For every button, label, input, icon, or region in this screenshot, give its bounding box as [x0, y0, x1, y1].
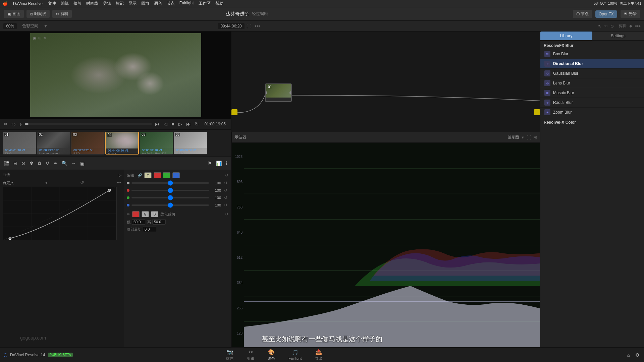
node-input-port[interactable]	[231, 109, 237, 115]
menu-file[interactable]: 文件	[48, 1, 56, 6]
slider-4[interactable]	[131, 204, 209, 206]
menu-clip[interactable]: 剪辑	[103, 1, 111, 6]
stop-btn[interactable]: ■	[170, 121, 175, 127]
more-curves[interactable]: •••	[116, 180, 121, 185]
scope-type-dropdown[interactable]: ▼	[521, 135, 525, 139]
menu-help[interactable]: 帮助	[215, 1, 223, 6]
ofx-item-gaussian-blur[interactable]: ◌ Gaussian Blur	[540, 69, 644, 78]
menu-workspace[interactable]: 工作区	[199, 1, 211, 6]
zoom-level[interactable]: 60%	[3, 23, 17, 29]
ofx-item-radial-blur[interactable]: ⊛ Radial Blur	[540, 98, 644, 108]
custom-label[interactable]: 自定义	[3, 180, 14, 185]
nav-color[interactable]: 🎨 调色	[264, 349, 278, 361]
pencil-btn[interactable]: ✏	[3, 121, 9, 127]
ofx-item-box-blur[interactable]: ▨ Box Blur	[540, 49, 644, 59]
slider-1[interactable]	[131, 182, 209, 184]
scope-type[interactable]: 波形图	[508, 135, 519, 140]
panel-btn-timeline[interactable]: ⧉ 时间线	[26, 10, 50, 18]
openfx-btn[interactable]: OpenFX	[595, 10, 617, 18]
color-tool-3[interactable]: ⊙	[20, 161, 26, 166]
reset-edit-btn[interactable]: ↺	[225, 173, 228, 178]
clip-item[interactable]: 02 01:00:29:10 V1 Uncompressed YUV...	[37, 132, 70, 155]
color-tool-2[interactable]: ⊟	[12, 161, 18, 166]
channel-r-btn[interactable]	[154, 172, 161, 178]
reset-slider-2[interactable]: ↺	[223, 188, 228, 193]
channel-g-btn[interactable]	[163, 172, 170, 178]
node-output-port[interactable]	[534, 109, 540, 115]
step-back-btn[interactable]: ◁	[163, 121, 168, 127]
cut-mode[interactable]: 剪辑	[619, 23, 627, 29]
clip-item-active[interactable]: 04 09:44:06:20 V1 H.264	[105, 132, 139, 155]
mark-btn[interactable]: ◇	[11, 121, 16, 127]
node-right-connector[interactable]	[289, 91, 292, 95]
low-value-input[interactable]	[132, 219, 145, 225]
ofx-item-lens-blur[interactable]: ◎ Lens Blur	[540, 78, 644, 88]
ofx-item-zoom-blur[interactable]: ⊕ Zoom Blur	[540, 108, 644, 117]
tab-settings[interactable]: Settings	[592, 32, 644, 40]
slider-3[interactable]	[131, 197, 209, 198]
reset-softclip-btn[interactable]: ↺	[225, 212, 228, 217]
clip-item[interactable]: 03 00:08:02:23 V1 RED	[71, 132, 105, 155]
clip-item[interactable]: 06 00:00:00:00 V1 JPEG	[174, 132, 207, 155]
loop-btn[interactable]: ↻	[194, 121, 200, 127]
color-tool-6[interactable]: ↺	[45, 161, 51, 166]
clip-item[interactable]: 05 00:00:52:10 V1 Apple ProRes 422 HQ	[140, 132, 173, 155]
menu-view[interactable]: 显示	[128, 1, 137, 6]
color-space-btn[interactable]: 色彩空间	[22, 23, 38, 29]
color-flag-btn[interactable]: ⚑	[207, 161, 213, 166]
custom-dropdown[interactable]: ▼	[45, 181, 48, 185]
go-start-btn[interactable]: ⏮	[154, 121, 161, 127]
cursor-tool[interactable]: ↖	[598, 24, 601, 28]
softclip-g-btn[interactable]: G	[142, 211, 149, 217]
hand-tool[interactable]: ☜	[604, 24, 608, 28]
high-value-input[interactable]	[152, 219, 166, 225]
node-box[interactable]: 01	[265, 83, 292, 102]
panel-btn-画面[interactable]: ▣ 画面	[4, 10, 24, 18]
slider-2[interactable]	[131, 190, 209, 191]
menu-trim[interactable]: 修剪	[73, 1, 82, 6]
channel-y-btn[interactable]: Y	[144, 172, 152, 178]
color-tool-1[interactable]: 🎬	[3, 161, 10, 166]
color-tool-4[interactable]: ✾	[29, 161, 35, 166]
menu-nodes[interactable]: 节点	[167, 1, 175, 6]
nav-fairlight[interactable]: 🎵 Fairlight	[285, 349, 305, 360]
light-btn[interactable]: ☀ 光晕	[621, 10, 640, 18]
ofx-item-mosaic-blur[interactable]: ▦ Mosaic Blur	[540, 88, 644, 98]
menu-color[interactable]: 调色	[154, 1, 162, 6]
curves-play-btn[interactable]: ▷	[119, 173, 121, 178]
reset-slider-4[interactable]: ↺	[223, 202, 228, 208]
channel-b-btn[interactable]	[172, 172, 180, 178]
menu-fairlight[interactable]: Fairlight	[179, 1, 194, 6]
settings-btn[interactable]: ⚙	[634, 352, 641, 358]
menu-edit[interactable]: 编辑	[61, 1, 69, 6]
color-chart-btn[interactable]: 📊	[215, 161, 223, 166]
color-tool-10[interactable]: ▣	[79, 161, 86, 166]
apple-icon[interactable]: 🍎	[3, 1, 8, 6]
color-tool-5[interactable]: ✿	[37, 161, 43, 166]
menu-mark[interactable]: 标记	[116, 1, 124, 6]
softclip-b-btn[interactable]: B	[151, 211, 158, 217]
softclip-r-btn[interactable]	[132, 211, 140, 217]
color-tool-7[interactable]: ✒	[53, 161, 59, 166]
curves-graph[interactable]	[3, 187, 117, 240]
nav-media[interactable]: 📷 媒体	[223, 349, 237, 361]
dark-value-input[interactable]	[143, 227, 156, 232]
more-options-right[interactable]: •••	[635, 23, 641, 29]
nodes-btn[interactable]: ⬡ 节点	[573, 10, 592, 18]
preview-playbar[interactable]	[25, 123, 152, 125]
home-btn[interactable]: ⌂	[626, 352, 631, 358]
menu-timeline[interactable]: 时间线	[86, 1, 98, 6]
go-end-btn[interactable]: ⏭	[185, 121, 192, 127]
play-btn[interactable]: ▷	[177, 121, 183, 127]
more-options-icon[interactable]: •••	[255, 23, 260, 29]
reset-curves[interactable]: ↺	[80, 180, 84, 185]
scope-expand-btn[interactable]: ⛶	[527, 135, 531, 140]
ofx-item-directional-blur[interactable]: ⤢ Directional Blur	[540, 59, 644, 69]
timecode-display[interactable]: 09:44:06:20	[218, 23, 244, 29]
reset-slider-1[interactable]: ↺	[223, 180, 228, 186]
clip-item[interactable]: 01 08:46:01:10 V1 DNG	[3, 132, 36, 155]
reset-slider-3[interactable]: ↺	[223, 195, 228, 200]
panel-btn-cut[interactable]: ✂ 剪辑	[52, 10, 72, 18]
tab-library[interactable]: Library	[540, 32, 592, 40]
color-tool-9[interactable]: ↔	[70, 161, 77, 166]
